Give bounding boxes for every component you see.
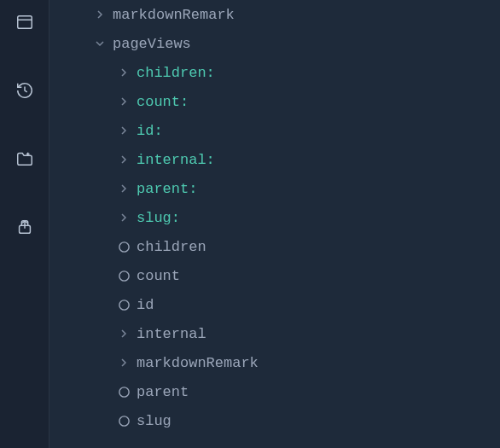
- svg-point-10: [119, 416, 128, 425]
- svg-point-7: [119, 271, 128, 280]
- chevron-down-icon: [92, 39, 108, 48]
- chevron-right-icon: [116, 213, 131, 222]
- tree-item-label: internal: [137, 326, 206, 342]
- tree-item[interactable]: count:: [49, 87, 500, 116]
- tree-item-label: children: [137, 239, 206, 255]
- tree-item[interactable]: children: [49, 232, 500, 261]
- panel-icon[interactable]: [15, 12, 35, 32]
- tree-item[interactable]: id: [49, 290, 500, 319]
- leaf-circle-icon: [116, 386, 131, 399]
- svg-point-6: [119, 241, 128, 251]
- tree-item[interactable]: slug: [49, 406, 500, 435]
- svg-point-8: [119, 300, 128, 309]
- tree-item-label: parent:: [137, 181, 197, 197]
- share-icon[interactable]: [15, 217, 35, 237]
- chevron-right-icon: [116, 358, 131, 367]
- tree-item-label: markdownRemark: [113, 7, 235, 23]
- tree-item-label: id: [137, 297, 154, 313]
- tree-item[interactable]: markdownRemark: [49, 0, 500, 29]
- svg-rect-0: [17, 16, 32, 29]
- tree-item[interactable]: children:: [49, 58, 500, 87]
- tree-item[interactable]: markdownRemark: [49, 348, 500, 377]
- sidebar: [0, 0, 49, 448]
- chevron-right-icon: [116, 97, 131, 106]
- tree-item[interactable]: pageViews: [49, 29, 500, 58]
- tree-item-label: parent: [137, 384, 189, 400]
- tree-item[interactable]: internal:: [49, 145, 500, 174]
- leaf-circle-icon: [116, 241, 131, 253]
- leaf-circle-icon: [116, 299, 131, 311]
- tree-item[interactable]: parent:: [49, 174, 500, 203]
- tree-item[interactable]: internal: [49, 319, 500, 348]
- tree-item-label: pageViews: [113, 36, 191, 52]
- chevron-right-icon: [92, 10, 108, 19]
- leaf-circle-icon: [116, 270, 131, 282]
- leaf-circle-icon: [116, 415, 131, 428]
- tree-item[interactable]: count: [49, 261, 500, 290]
- chevron-right-icon: [116, 184, 131, 193]
- folder-icon[interactable]: [15, 148, 35, 169]
- chevron-right-icon: [116, 126, 131, 135]
- chevron-right-icon: [116, 68, 131, 77]
- tree-item[interactable]: slug:: [49, 203, 500, 232]
- tree-item-label: id:: [137, 123, 163, 139]
- tree-item-label: slug: [137, 413, 172, 429]
- tree-item-label: internal:: [137, 152, 215, 168]
- history-icon[interactable]: [15, 80, 35, 101]
- tree-item-label: count: [137, 268, 180, 284]
- tree-item-label: markdownRemark: [137, 355, 259, 371]
- tree-item[interactable]: parent: [49, 377, 500, 406]
- tree-item[interactable]: id:: [49, 116, 500, 145]
- tree-item-label: count:: [137, 94, 189, 110]
- chevron-right-icon: [116, 329, 131, 338]
- chevron-right-icon: [116, 155, 131, 164]
- tree-item-label: children:: [137, 65, 215, 81]
- svg-point-9: [119, 387, 128, 396]
- explorer-tree: markdownRemarkpageViewschildren:count:id…: [49, 0, 500, 448]
- tree-item-label: slug:: [137, 210, 180, 226]
